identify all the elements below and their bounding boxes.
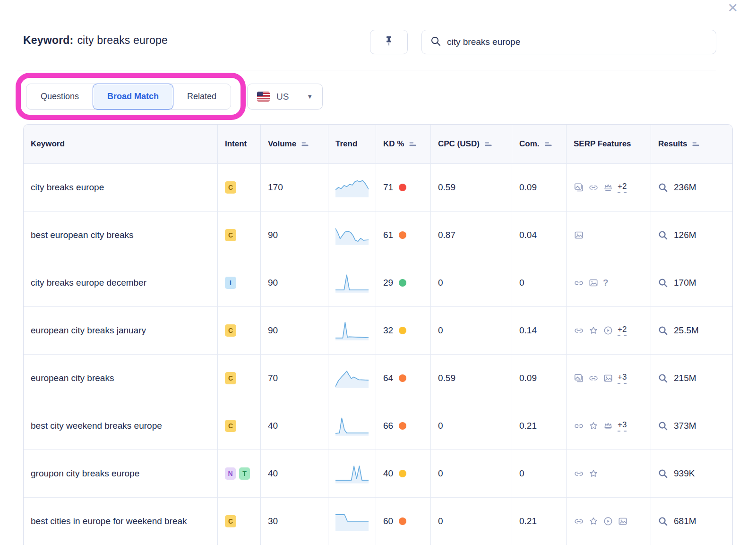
serp-features-cell <box>567 497 651 545</box>
keyword-link[interactable]: best cities in europe for weekend break <box>31 515 187 527</box>
column-header-results[interactable]: Results <box>651 125 732 163</box>
keyword-cell: city breaks europe <box>24 163 218 211</box>
keyword-link[interactable]: groupon city breaks europe <box>31 467 139 480</box>
star-icon <box>588 468 599 479</box>
column-header-kd[interactable]: KD % <box>376 125 431 163</box>
results-cell[interactable]: 25.5M <box>651 306 732 354</box>
volume-cell: 70 <box>261 354 328 402</box>
com-cell: 0.09 <box>512 354 567 402</box>
column-header-intent: Intent <box>218 125 261 163</box>
image-icon <box>574 230 584 240</box>
serp-features-cell: +3 <box>567 354 651 402</box>
crown-icon <box>603 421 613 431</box>
table-header-row: KeywordIntentVolumeTrendKD %CPC (USD)Com… <box>24 125 732 163</box>
link-icon <box>588 182 599 193</box>
results-cell[interactable]: 236M <box>651 163 732 211</box>
intent-badge-C: C <box>225 372 236 384</box>
cpc-cell: 0.87 <box>431 211 512 259</box>
close-icon[interactable]: ✕ <box>727 2 738 15</box>
tab-broad-match[interactable]: Broad Match <box>93 84 173 110</box>
com-cell: 0.21 <box>512 497 567 545</box>
column-header-volume[interactable]: Volume <box>261 125 328 163</box>
results-cell[interactable]: 373M <box>651 402 732 449</box>
chevron-down-icon: ▼ <box>307 93 313 100</box>
keyword-link[interactable]: city breaks europe <box>31 181 104 194</box>
sort-icon[interactable] <box>545 141 552 147</box>
keyword-cell: best city weekend breaks europe <box>24 402 218 449</box>
image-icon <box>603 373 613 383</box>
intent-badge-N: N <box>225 467 236 480</box>
intent-cell: NT <box>218 449 261 497</box>
results-cell[interactable]: 170M <box>651 259 732 306</box>
column-label: Keyword <box>31 139 65 149</box>
image-icon <box>588 278 599 288</box>
serp-more-count[interactable]: +2 <box>618 182 627 193</box>
volume-cell: 90 <box>261 259 328 306</box>
trend-cell <box>328 402 376 449</box>
intent-badge-C: C <box>225 181 236 194</box>
serp-more-count[interactable]: +2 <box>618 325 627 336</box>
intent-cell: C <box>218 402 261 449</box>
results-cell[interactable]: 126M <box>651 211 732 259</box>
sort-icon[interactable] <box>692 141 699 147</box>
kd-level-dot <box>399 517 406 525</box>
intent-cell: C <box>218 163 261 211</box>
intent-cell: I <box>218 259 261 306</box>
keyword-link[interactable]: city breaks europe december <box>31 277 146 289</box>
kd-cell: 71 <box>376 163 431 211</box>
link-icon <box>574 325 584 336</box>
magnifier-icon <box>658 278 668 288</box>
cpc-cell: 0 <box>431 449 512 497</box>
column-header-keyword: Keyword <box>24 125 218 163</box>
kd-cell: 29 <box>376 259 431 306</box>
tab-questions[interactable]: Questions <box>26 84 94 110</box>
keyword-link[interactable]: best european city breaks <box>31 229 134 241</box>
serp-more-count[interactable]: +3 <box>618 420 627 432</box>
column-label: SERP Features <box>574 139 631 149</box>
results-cell[interactable]: 681M <box>651 497 732 545</box>
country-label: US <box>276 92 289 102</box>
volume-cell: 90 <box>261 306 328 354</box>
results-cell[interactable]: 939K <box>651 449 732 497</box>
tab-related[interactable]: Related <box>172 84 231 110</box>
trend-sparkline <box>335 319 369 342</box>
keyword-link[interactable]: european city breaks <box>31 372 114 384</box>
serp-features-cell: ? <box>567 259 651 306</box>
kd-cell: 66 <box>376 402 431 449</box>
search-input[interactable] <box>447 37 707 47</box>
sort-icon[interactable] <box>485 141 492 147</box>
question-icon: ? <box>603 278 609 288</box>
serp-features-cell <box>567 211 651 259</box>
images-pack-icon <box>574 373 584 383</box>
com-cell: 0.21 <box>512 402 567 449</box>
country-selector[interactable]: US ▼ <box>247 84 323 110</box>
sort-icon[interactable] <box>301 141 309 147</box>
serp-more-count[interactable]: +3 <box>618 373 627 384</box>
intent-cell: C <box>218 354 261 402</box>
results-cell[interactable]: 215M <box>651 354 732 402</box>
kd-level-dot <box>399 279 406 287</box>
magnifier-icon <box>658 421 668 431</box>
serp-features-cell: +2 <box>567 306 651 354</box>
crown-icon <box>603 182 613 193</box>
star-icon <box>588 325 599 336</box>
com-cell: 0.04 <box>512 211 567 259</box>
cpc-cell: 0 <box>431 306 512 354</box>
trend-sparkline <box>335 176 369 199</box>
pin-button[interactable] <box>370 30 408 54</box>
sort-icon[interactable] <box>409 141 416 147</box>
trend-cell <box>328 211 376 259</box>
keyword-cell: european city breaks <box>24 354 218 402</box>
column-header-com[interactable]: Com. <box>512 125 567 163</box>
keyword-cell: city breaks europe december <box>24 259 218 306</box>
intent-badge-C: C <box>225 229 236 241</box>
keyword-link[interactable]: best city weekend breaks europe <box>31 420 162 432</box>
kd-cell: 64 <box>376 354 431 402</box>
keyword-cell: best cities in europe for weekend break <box>24 497 218 545</box>
pushpin-icon <box>384 35 394 49</box>
keyword-link[interactable]: european city breaks january <box>31 324 146 337</box>
column-header-serp-features: SERP Features <box>567 125 651 163</box>
column-header-cpc-usd[interactable]: CPC (USD) <box>431 125 512 163</box>
cpc-cell: 0 <box>431 402 512 449</box>
kd-level-dot <box>399 470 406 477</box>
